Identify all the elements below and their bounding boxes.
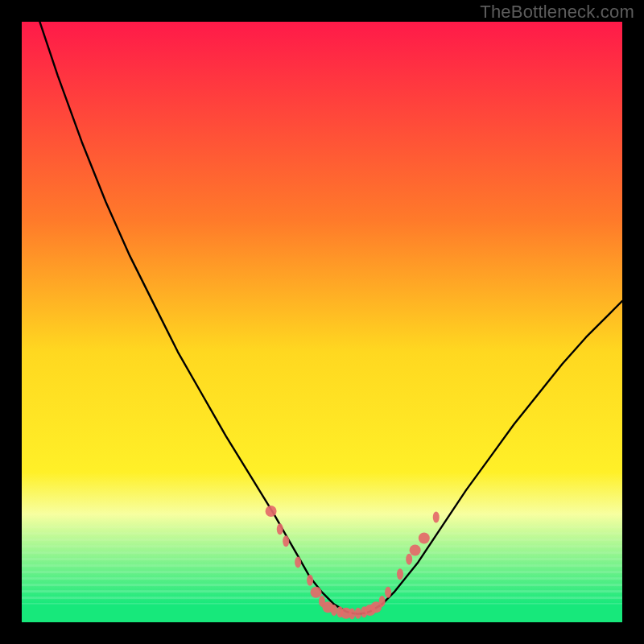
svg-rect-7 bbox=[22, 564, 622, 567]
curve-marker bbox=[295, 556, 301, 568]
curve-marker bbox=[397, 568, 403, 580]
curve-marker bbox=[419, 533, 430, 544]
curve-marker bbox=[385, 587, 391, 598]
curve-marker bbox=[379, 596, 386, 607]
curve-marker bbox=[277, 523, 283, 535]
svg-rect-3 bbox=[22, 539, 622, 541]
curve-marker bbox=[410, 544, 421, 555]
curve-marker bbox=[349, 609, 355, 620]
svg-rect-0 bbox=[22, 22, 622, 622]
svg-rect-4 bbox=[22, 545, 622, 547]
svg-rect-8 bbox=[22, 571, 622, 573]
svg-rect-10 bbox=[22, 584, 622, 586]
curve-marker bbox=[311, 587, 322, 598]
chart-svg bbox=[22, 22, 622, 622]
svg-rect-15 bbox=[22, 605, 622, 622]
curve-marker bbox=[266, 506, 277, 517]
svg-rect-6 bbox=[22, 558, 622, 560]
curve-marker bbox=[331, 605, 337, 616]
curve-marker bbox=[283, 535, 289, 547]
curve-marker bbox=[355, 608, 361, 619]
curve-marker bbox=[406, 554, 412, 565]
curve-marker bbox=[307, 575, 313, 586]
svg-rect-9 bbox=[22, 577, 622, 580]
chart-frame: TheBottleneck.com bbox=[0, 0, 644, 644]
svg-rect-1 bbox=[22, 526, 622, 528]
watermark-label: TheBottleneck.com bbox=[480, 2, 634, 23]
svg-rect-2 bbox=[22, 532, 622, 535]
plot-area bbox=[22, 22, 622, 622]
curve-marker bbox=[433, 511, 440, 522]
svg-rect-5 bbox=[22, 551, 622, 554]
